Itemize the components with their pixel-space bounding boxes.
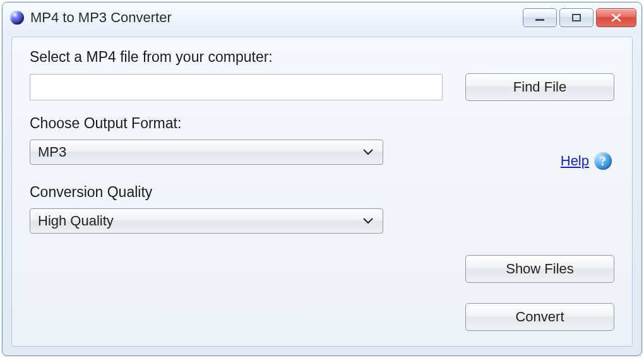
quality-value: High Quality [38,213,114,229]
client-area: Select a MP4 file from your computer: Fi… [11,37,633,347]
quality-label: Conversion Quality [30,184,614,201]
window-title: MP4 to MP3 Converter [30,9,523,26]
minimize-button[interactable] [523,8,557,27]
quality-select[interactable]: High Quality [30,208,383,234]
minimize-icon [534,13,546,22]
chevron-down-icon [363,149,373,155]
output-format-value: MP3 [38,144,66,160]
select-file-label: Select a MP4 file from your computer: [30,49,614,66]
app-icon [10,11,24,25]
quality-section: Conversion Quality High Quality [30,184,614,234]
format-section: Choose Output Format: MP3 [30,115,614,165]
app-window: MP4 to MP3 Converter Select a MP4 file f… [2,2,642,356]
help-link[interactable]: Help [561,153,589,169]
chevron-down-icon [363,218,373,224]
window-controls [523,8,636,27]
convert-button[interactable]: Convert [465,303,614,331]
help-area: Help ? [561,152,612,170]
output-format-select[interactable]: MP3 [30,140,383,165]
find-file-button[interactable]: Find File [465,73,614,101]
close-button[interactable] [596,8,636,27]
maximize-button[interactable] [559,8,593,27]
titlebar: MP4 to MP3 Converter [3,3,641,33]
file-path-input[interactable] [30,74,443,100]
file-section: Select a MP4 file from your computer: Fi… [30,49,614,101]
action-buttons: Show Files Convert [465,255,614,331]
close-icon [611,13,622,22]
show-files-button[interactable]: Show Files [465,255,614,283]
maximize-icon [571,13,582,22]
svg-rect-1 [573,15,580,21]
help-icon[interactable]: ? [594,152,612,170]
output-format-label: Choose Output Format: [30,115,614,132]
svg-rect-0 [535,19,544,21]
